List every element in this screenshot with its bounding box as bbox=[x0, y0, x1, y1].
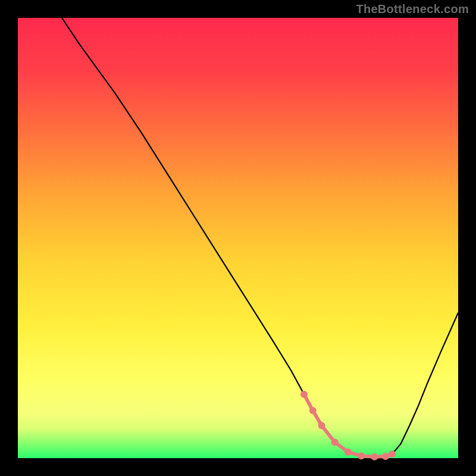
highlight-marker bbox=[389, 450, 396, 458]
highlight-marker bbox=[358, 452, 365, 459]
highlight-marker bbox=[382, 453, 389, 460]
highlight-marker bbox=[318, 422, 325, 429]
watermark-text: TheBottleneck.com bbox=[356, 2, 469, 16]
highlight-marker bbox=[345, 449, 352, 456]
chart-gradient-area bbox=[18, 18, 458, 458]
chart-container: TheBottleneck.com bbox=[0, 0, 476, 476]
highlight-marker bbox=[300, 391, 308, 398]
highlight-marker bbox=[371, 453, 378, 461]
highlight-marker bbox=[331, 439, 339, 446]
chart-svg bbox=[0, 0, 476, 476]
highlight-marker bbox=[309, 407, 317, 414]
